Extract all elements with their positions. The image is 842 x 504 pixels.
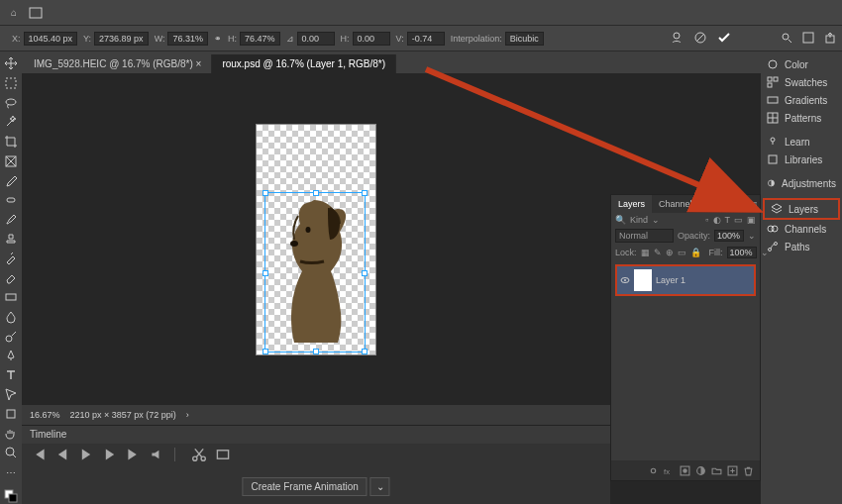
gradient-tool-icon[interactable] xyxy=(2,289,20,306)
zoom-level[interactable]: 16.67% xyxy=(30,410,60,420)
move-tool-icon[interactable] xyxy=(2,55,20,72)
doctab-inactive[interactable]: IMG_5928.HEIC @ 16.7% (RGB/8*) × xyxy=(24,54,212,73)
interp-field[interactable]: Bicubic xyxy=(505,32,544,46)
last-frame-icon[interactable] xyxy=(127,448,141,461)
y-field[interactable]: 2736.89 px xyxy=(94,32,149,46)
prev-frame-icon[interactable] xyxy=(55,448,69,461)
next-frame-icon[interactable] xyxy=(103,448,117,461)
zoom-tool-icon[interactable] xyxy=(2,445,20,461)
pen-tool-icon[interactable] xyxy=(2,348,20,364)
create-frame-animation-dropdown[interactable]: ⌄ xyxy=(370,477,390,496)
h-field[interactable]: 76.47% xyxy=(240,32,280,46)
type-tool-icon[interactable] xyxy=(2,367,20,384)
eraser-tool-icon[interactable] xyxy=(2,269,20,286)
workspace-icon[interactable] xyxy=(802,32,814,46)
home-icon[interactable]: ⌂ xyxy=(6,5,22,21)
transform-bounds[interactable] xyxy=(264,192,366,353)
filter-shape-icon[interactable]: ▭ xyxy=(734,215,743,225)
doctab-active[interactable]: roux.psd @ 16.7% (Layer 1, RGB/8*) xyxy=(212,54,396,73)
layer-name[interactable]: Layer 1 xyxy=(656,275,685,285)
lock-artboard-icon[interactable]: ▭ xyxy=(678,248,686,257)
lock-brush-icon[interactable]: ✎ xyxy=(654,248,662,257)
panel-layers[interactable]: Layers xyxy=(763,198,840,220)
blend-mode-dropdown[interactable]: Normal xyxy=(615,229,674,243)
panel-menu-icon[interactable]: »≡ xyxy=(740,195,764,213)
mask-icon[interactable] xyxy=(680,465,690,476)
create-frame-animation-button[interactable]: Create Frame Animation xyxy=(242,477,367,496)
brush-tool-icon[interactable] xyxy=(2,211,20,228)
chevron-down-icon[interactable]: ⌄ xyxy=(761,248,769,257)
shape-tool-icon[interactable] xyxy=(2,406,20,423)
filter-smart-icon[interactable]: ▣ xyxy=(747,215,756,225)
cancel-icon[interactable] xyxy=(693,31,707,47)
commit-icon[interactable] xyxy=(717,31,731,47)
x-field[interactable]: 1045.40 px xyxy=(24,32,78,46)
path-tool-icon[interactable] xyxy=(2,386,20,403)
fill-field[interactable] xyxy=(727,247,757,258)
lock-all-icon[interactable]: 🔒 xyxy=(690,248,701,257)
w-field[interactable]: 76.31% xyxy=(167,32,208,46)
color-swatches-icon[interactable] xyxy=(2,487,20,504)
view-icon[interactable] xyxy=(28,5,44,21)
shear-v-field[interactable]: -0.74 xyxy=(407,32,445,46)
chevron-down-icon[interactable]: ⌄ xyxy=(748,231,756,241)
doc-info[interactable]: 2210 px × 3857 px (72 ppi) xyxy=(70,410,176,420)
panel-paths[interactable]: Paths xyxy=(761,238,842,255)
filter-adjust-icon[interactable]: ◐ xyxy=(713,215,721,225)
group-icon[interactable] xyxy=(711,465,722,476)
link-icon[interactable]: ⚭ xyxy=(214,34,222,44)
heal-tool-icon[interactable] xyxy=(2,192,20,209)
tab-channels[interactable]: Channels xyxy=(652,195,703,213)
tab-layers[interactable]: Layers xyxy=(611,195,652,213)
history-brush-tool-icon[interactable] xyxy=(2,251,20,267)
canvas-area[interactable] xyxy=(22,73,610,405)
stamp-tool-icon[interactable] xyxy=(2,231,20,248)
visibility-icon[interactable] xyxy=(620,275,630,285)
lock-position-icon[interactable]: ⊕ xyxy=(666,248,674,257)
document-canvas[interactable] xyxy=(257,125,375,354)
delete-icon[interactable] xyxy=(743,465,754,476)
panel-color[interactable]: Color xyxy=(761,55,842,73)
lasso-tool-icon[interactable] xyxy=(2,94,20,111)
filter-pixel-icon[interactable]: ▫ xyxy=(705,215,708,225)
link-layers-icon[interactable] xyxy=(648,465,659,476)
filter-search-icon[interactable]: 🔍 xyxy=(615,215,626,225)
first-frame-icon[interactable] xyxy=(32,448,46,461)
chevron-right-icon[interactable]: › xyxy=(186,410,189,420)
fx-icon[interactable]: fx xyxy=(664,465,675,476)
hand-tool-icon[interactable] xyxy=(2,425,20,442)
panel-swatches[interactable]: Swatches xyxy=(761,73,842,91)
adjustment-layer-icon[interactable] xyxy=(695,465,706,476)
blur-tool-icon[interactable] xyxy=(2,309,20,326)
panel-adjustments[interactable]: Adjustments xyxy=(761,174,842,192)
shear-h-field[interactable]: 0.00 xyxy=(353,32,390,46)
new-layer-icon[interactable] xyxy=(727,465,738,476)
timeline-title[interactable]: Timeline xyxy=(22,426,610,444)
panel-patterns[interactable]: Patterns xyxy=(761,109,842,127)
lock-transparent-icon[interactable]: ▦ xyxy=(641,248,650,257)
opacity-field[interactable] xyxy=(714,230,744,242)
panel-gradients[interactable]: Gradients xyxy=(761,91,842,109)
panel-channels[interactable]: Channels xyxy=(761,220,842,238)
filter-type-icon[interactable]: T xyxy=(725,215,731,225)
marquee-tool-icon[interactable] xyxy=(2,75,20,92)
crop-tool-icon[interactable] xyxy=(2,134,20,151)
artboard-icon[interactable] xyxy=(670,31,684,47)
kind-dropdown-icon[interactable]: ⌄ xyxy=(652,215,660,225)
share-icon[interactable] xyxy=(824,32,836,46)
tab-paths[interactable]: Paths xyxy=(703,195,740,213)
audio-icon[interactable] xyxy=(151,448,164,461)
angle-field[interactable]: 0.00 xyxy=(297,32,335,46)
layer-item[interactable]: Layer 1 xyxy=(615,264,756,296)
search-icon[interactable] xyxy=(781,32,792,46)
wand-tool-icon[interactable] xyxy=(2,114,20,131)
panel-libraries[interactable]: Libraries xyxy=(761,151,842,168)
frame-tool-icon[interactable] xyxy=(2,152,20,169)
transition-icon[interactable] xyxy=(216,448,230,461)
panel-learn[interactable]: Learn xyxy=(761,133,842,151)
more-tools-icon[interactable]: ⋯ xyxy=(2,464,20,481)
eyedropper-tool-icon[interactable] xyxy=(2,172,20,189)
cut-icon[interactable] xyxy=(192,448,206,461)
play-icon[interactable] xyxy=(79,448,93,461)
dodge-tool-icon[interactable] xyxy=(2,328,20,345)
